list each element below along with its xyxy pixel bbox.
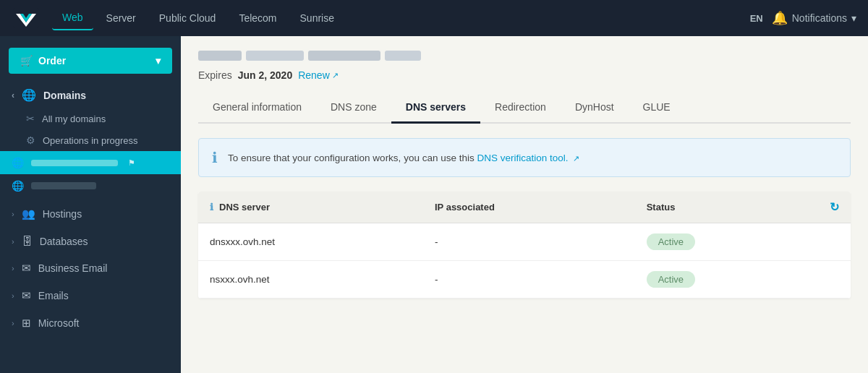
business-email-chevron-icon: ›	[12, 264, 14, 273]
operations-icon: ⚙	[26, 134, 35, 146]
domains-label: Domains	[43, 90, 86, 101]
status-badge-active-2: Active	[647, 271, 695, 288]
col-dns-server: ℹ DNS server	[198, 192, 423, 223]
renew-label: Renew	[298, 69, 330, 81]
order-button[interactable]: 🛒 Order ▾	[9, 48, 172, 74]
databases-icon: 🗄	[22, 235, 33, 247]
domains-header[interactable]: ‹ 🌐 Domains	[0, 82, 181, 108]
emails-icon: ✉	[22, 289, 31, 302]
sidebar-item-business-email[interactable]: › ✉ Business Email	[0, 254, 181, 282]
hostings-icon: 👥	[22, 207, 35, 220]
info-text: To ensure that your configuration works,…	[228, 153, 579, 163]
sidebar-item-emails[interactable]: › ✉ Emails	[0, 282, 181, 309]
sidebar-item-databases[interactable]: › 🗄 Databases	[0, 228, 181, 254]
dns-server-info-icon: ℹ	[210, 202, 213, 213]
emails-label: Emails	[38, 290, 69, 301]
expires-label: Expires	[198, 69, 232, 81]
sidebar-item-operations[interactable]: ⚙ Operations in progress	[0, 129, 181, 151]
nav-items: Web Server Public Cloud Telecom Sunrise	[52, 6, 750, 30]
all-domains-icon: ✂	[26, 113, 35, 124]
dns-server-1: dnsxxx.ovh.net	[198, 223, 423, 261]
ip-2: -	[423, 261, 635, 299]
nav-sunrise[interactable]: Sunrise	[290, 7, 344, 30]
microsoft-icon: ⊞	[22, 317, 31, 330]
hostings-label: Hostings	[43, 208, 82, 220]
dns-table-head: ℹ DNS server IP associated Status ↻	[198, 192, 851, 223]
notifications-chevron-icon: ▾	[851, 12, 856, 24]
expires-date: Jun 2, 2020	[238, 69, 293, 81]
domain-header: Expires Jun 2, 2020 Renew ↗	[198, 51, 851, 81]
nav-public-cloud[interactable]: Public Cloud	[149, 7, 226, 30]
business-email-icon: ✉	[22, 262, 31, 275]
language-selector[interactable]: EN	[750, 13, 763, 24]
notifications-label: Notifications	[792, 12, 847, 24]
domain-name-placeholder	[198, 51, 851, 61]
nav-right: EN 🔔 Notifications ▾	[750, 10, 856, 26]
action-2	[818, 261, 851, 299]
sidebar-domain-active[interactable]: 🌐 ⚑	[0, 151, 181, 174]
tab-dns-zone[interactable]: DNS zone	[316, 93, 391, 124]
renew-link[interactable]: Renew ↗	[298, 69, 339, 81]
col-refresh: ↻	[818, 192, 851, 223]
info-box: ℹ To ensure that your configuration work…	[198, 138, 851, 177]
dns-server-2: nsxxx.ovh.net	[198, 261, 423, 299]
tab-redirection[interactable]: Redirection	[480, 93, 561, 124]
tab-dns-servers[interactable]: DNS servers	[391, 93, 480, 124]
tab-dynhost[interactable]: DynHost	[561, 93, 629, 124]
nav-web[interactable]: Web	[52, 6, 93, 30]
order-chevron-icon: ▾	[156, 55, 161, 67]
notifications-button[interactable]: 🔔 Notifications ▾	[772, 10, 856, 26]
col-ip-associated: IP associated	[423, 192, 635, 223]
emails-chevron-icon: ›	[12, 291, 14, 300]
domain-block-4	[385, 51, 421, 61]
domains-section: ‹ 🌐 Domains ✂ All my domains ⚙ Operation…	[0, 80, 181, 200]
domain-block-3	[308, 51, 380, 61]
info-circle-icon: ℹ	[212, 149, 218, 166]
status-badge-active-1: Active	[647, 233, 695, 250]
microsoft-chevron-icon: ›	[12, 319, 14, 327]
operations-label: Operations in progress	[43, 135, 138, 146]
dns-table: ℹ DNS server IP associated Status ↻ dnsx…	[198, 192, 851, 299]
domain-block-2	[246, 51, 304, 61]
sidebar: 🛒 Order ▾ ‹ 🌐 Domains ✂ All my domains ⚙…	[0, 36, 181, 373]
nav-telecom[interactable]: Telecom	[229, 7, 286, 30]
globe-icon: 🌐	[22, 88, 36, 102]
tab-glue[interactable]: GLUE	[629, 93, 685, 124]
bell-icon: 🔔	[772, 10, 788, 26]
order-label: Order	[38, 55, 66, 67]
expires-row: Expires Jun 2, 2020 Renew ↗	[198, 69, 851, 81]
sidebar-item-hostings[interactable]: › 👥 Hostings	[0, 200, 181, 228]
domain-tag-icon: ⚑	[128, 158, 135, 168]
sidebar-domain-second[interactable]: 🌐	[0, 174, 181, 197]
col-status: Status	[635, 192, 818, 223]
dns-link-text: DNS verification tool.	[477, 153, 568, 163]
status-1: Active	[635, 223, 818, 261]
tab-general-information[interactable]: General information	[198, 93, 316, 124]
logo[interactable]	[12, 7, 41, 30]
domain-name-second	[31, 182, 96, 189]
tabs: General information DNS zone DNS servers…	[198, 93, 851, 124]
ip-1: -	[423, 223, 635, 261]
nav-server[interactable]: Server	[96, 7, 146, 30]
refresh-icon[interactable]: ↻	[830, 201, 839, 213]
databases-chevron-icon: ›	[12, 237, 14, 246]
dns-verification-link[interactable]: DNS verification tool. ↗	[477, 153, 579, 163]
sidebar-item-all-domains[interactable]: ✂ All my domains	[0, 108, 181, 129]
main-content: Expires Jun 2, 2020 Renew ↗ General info…	[181, 36, 868, 373]
business-email-label: Business Email	[38, 262, 108, 274]
external-link-icon: ↗	[332, 71, 339, 80]
domain-globe-icon-active: 🌐	[12, 157, 24, 168]
table-row: nsxxx.ovh.net - Active	[198, 261, 851, 299]
top-navigation: Web Server Public Cloud Telecom Sunrise …	[0, 0, 868, 36]
sidebar-item-microsoft[interactable]: › ⊞ Microsoft	[0, 309, 181, 337]
domains-chevron-left-icon: ‹	[12, 90, 14, 100]
domain-block-1	[198, 51, 242, 61]
table-row: dnsxxx.ovh.net - Active	[198, 223, 851, 261]
cart-icon: 🛒	[20, 55, 33, 67]
dns-link-external-icon: ↗	[573, 154, 579, 163]
all-domains-label: All my domains	[42, 113, 106, 124]
domain-name-active	[31, 160, 118, 166]
microsoft-label: Microsoft	[38, 317, 80, 329]
databases-label: Databases	[40, 236, 88, 247]
dns-table-body: dnsxxx.ovh.net - Active nsxxx.ovh.net - …	[198, 223, 851, 299]
